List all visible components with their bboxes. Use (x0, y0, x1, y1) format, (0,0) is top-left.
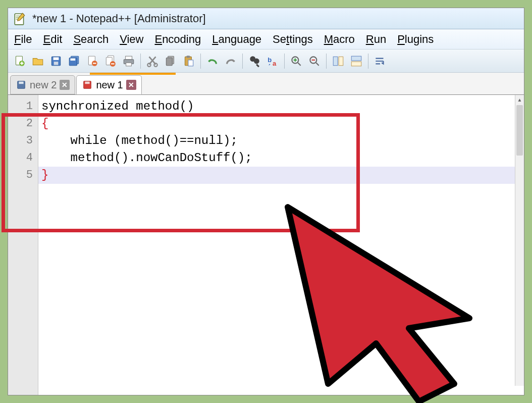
code-area[interactable]: synchronized method(){ while (method()==… (38, 95, 524, 395)
code-line[interactable]: synchronized method() (38, 98, 524, 115)
menu-search[interactable]: Search (73, 33, 109, 46)
tab-label: new 2 (30, 79, 57, 91)
svg-rect-34 (351, 62, 361, 66)
line-number: 1 (8, 98, 38, 115)
tab-close-icon[interactable]: ✕ (126, 80, 136, 90)
svg-rect-23 (188, 60, 193, 66)
svg-point-25 (254, 58, 259, 64)
close-all-icon[interactable] (102, 53, 119, 70)
line-number: 3 (8, 132, 38, 149)
zoom-out-icon[interactable] (306, 53, 323, 70)
titlebar: *new 1 - Notepad++ [Administrator] (8, 8, 524, 29)
menubar: File Edit Search View Encoding Language … (8, 29, 524, 49)
zoom-in-icon[interactable] (288, 53, 305, 70)
line-number: 5 (8, 167, 38, 184)
code-token: while (method()==null); (41, 134, 238, 147)
svg-rect-22 (187, 56, 190, 58)
toolbar-separator (368, 54, 368, 69)
menu-file[interactable]: File (14, 33, 32, 46)
toolbar-separator (284, 54, 285, 69)
replace-icon[interactable]: ba (264, 53, 281, 70)
svg-rect-20 (166, 58, 172, 65)
line-number-gutter: 1 2 3 4 5 (8, 95, 38, 395)
find-icon[interactable] (246, 53, 263, 70)
undo-icon[interactable] (204, 53, 221, 70)
menu-settings[interactable]: Settings (273, 33, 313, 46)
save-icon (16, 79, 27, 90)
menu-macro[interactable]: Macro (324, 33, 355, 46)
svg-point-18 (154, 63, 157, 66)
sync-vertical-icon[interactable] (330, 53, 347, 70)
toolbar-separator (242, 54, 243, 69)
code-token: synchronized method() (41, 99, 194, 113)
code-token: { (41, 117, 48, 130)
svg-rect-14 (126, 56, 132, 60)
svg-rect-26 (256, 64, 259, 67)
save-icon[interactable] (47, 53, 65, 70)
svg-rect-33 (351, 56, 361, 61)
line-number: 2 (8, 115, 38, 132)
svg-rect-32 (339, 57, 343, 65)
wrap-icon[interactable] (371, 53, 389, 70)
svg-rect-4 (54, 57, 59, 60)
tab-new1[interactable]: new 1 ✕ (76, 75, 141, 94)
toolbar: ba (8, 49, 524, 73)
line-number: 4 (8, 149, 38, 167)
save-unsaved-icon (82, 79, 93, 90)
code-line[interactable]: } (38, 167, 524, 184)
menu-edit[interactable]: Edit (43, 33, 62, 46)
svg-rect-8 (70, 58, 75, 60)
open-file-icon[interactable] (29, 53, 46, 70)
svg-rect-16 (126, 63, 132, 66)
svg-rect-31 (333, 57, 338, 65)
menu-run[interactable]: Run (366, 33, 386, 46)
editor[interactable]: 1 2 3 4 5 synchronized method(){ while (… (8, 95, 524, 395)
code-token: method().nowCanDoStuff(); (41, 151, 252, 165)
tab-close-icon[interactable]: ✕ (60, 80, 70, 90)
code-line[interactable]: method().nowCanDoStuff(); (38, 149, 524, 167)
paste-icon[interactable] (180, 53, 197, 70)
toolbar-separator (326, 54, 327, 69)
toolbar-separator (200, 54, 201, 69)
sync-horizontal-icon[interactable] (348, 53, 365, 70)
redo-icon[interactable] (222, 53, 239, 70)
svg-text:a: a (273, 59, 277, 67)
tab-new2[interactable]: new 2 ✕ (10, 75, 75, 94)
toolbar-separator (140, 54, 141, 69)
print-icon[interactable] (120, 53, 137, 70)
menu-language[interactable]: Language (212, 33, 261, 46)
svg-rect-38 (85, 82, 90, 84)
new-file-icon[interactable] (11, 53, 28, 70)
svg-rect-36 (19, 82, 23, 84)
svg-rect-5 (54, 62, 59, 65)
close-icon[interactable] (84, 53, 101, 70)
app-window: *new 1 - Notepad++ [Administrator] File … (8, 8, 524, 395)
vertical-scrollbar[interactable]: ▲ (515, 95, 524, 386)
scroll-up-icon[interactable]: ▲ (515, 95, 524, 104)
code-token: } (41, 168, 48, 182)
menu-encoding[interactable]: Encoding (154, 33, 201, 46)
copy-icon[interactable] (162, 53, 179, 70)
svg-point-17 (147, 63, 151, 66)
svg-text:b: b (268, 56, 272, 64)
window-title: *new 1 - Notepad++ [Administrator] (32, 12, 206, 25)
cut-icon[interactable] (144, 53, 161, 70)
menu-plugins[interactable]: Plugins (397, 33, 434, 46)
menu-view[interactable]: View (120, 33, 143, 46)
code-line[interactable]: { (38, 115, 524, 132)
scroll-thumb[interactable] (516, 105, 523, 156)
tab-label: new 1 (96, 79, 123, 91)
app-icon (12, 11, 27, 26)
code-line[interactable]: while (method()==null); (38, 132, 524, 149)
save-all-icon[interactable] (66, 53, 83, 70)
tabbar: new 2 ✕ new 1 ✕ (8, 73, 524, 95)
